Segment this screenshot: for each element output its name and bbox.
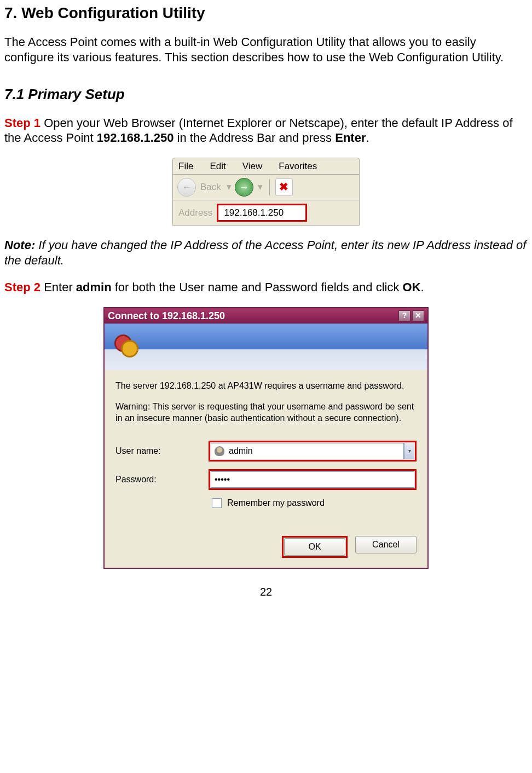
dialog-text-2: Warning: This server is requesting that … bbox=[115, 401, 417, 424]
browser-nav-toolbar: ← Back ▾ → ▾ ✖ bbox=[173, 175, 359, 200]
dialog-body: The server 192.168.1.250 at AP431W requi… bbox=[105, 370, 427, 441]
toolbar-separator bbox=[269, 179, 270, 195]
step2-text-a: Enter bbox=[41, 280, 76, 294]
password-value: ••••• bbox=[215, 474, 230, 485]
ok-highlight: OK bbox=[282, 536, 348, 558]
password-highlight: ••••• bbox=[209, 469, 417, 490]
step1-ip: 192.168.1.250 bbox=[97, 131, 174, 145]
note-paragraph: Note: If you have changed the IP Address… bbox=[4, 238, 528, 268]
username-input[interactable]: admin bbox=[211, 443, 404, 459]
password-label: Password: bbox=[115, 474, 209, 485]
menu-view[interactable]: View bbox=[242, 160, 263, 172]
step1-enter: Enter bbox=[335, 131, 366, 145]
stop-button[interactable]: ✖ bbox=[275, 178, 293, 196]
section-heading: 7. Web Configuration Utility bbox=[4, 3, 528, 22]
remember-checkbox[interactable] bbox=[212, 498, 222, 508]
keys-icon bbox=[114, 334, 140, 360]
address-label: Address bbox=[178, 207, 212, 218]
step1-text-c: . bbox=[366, 131, 369, 145]
step1-label: Step 1 bbox=[4, 116, 41, 130]
address-input[interactable]: 192.168.1.250 bbox=[217, 204, 307, 222]
cancel-button[interactable]: Cancel bbox=[355, 536, 417, 553]
page-number: 22 bbox=[4, 585, 528, 599]
forward-button[interactable]: → bbox=[235, 178, 253, 197]
step2-ok: OK bbox=[403, 280, 421, 294]
dialog-title: Connect to 192.168.1.250 bbox=[108, 310, 225, 322]
auth-dialog: Connect to 192.168.1.250 ? ✕ The server … bbox=[103, 307, 429, 569]
step1-paragraph: Step 1 Open your Web Browser (Internet E… bbox=[4, 116, 528, 146]
username-value: admin bbox=[229, 446, 253, 457]
remember-label: Remember my password bbox=[227, 498, 325, 509]
menu-file[interactable]: File bbox=[178, 160, 193, 172]
step2-admin: admin bbox=[76, 280, 112, 294]
back-dropdown-icon[interactable]: ▾ bbox=[227, 181, 232, 193]
browser-screenshot: File Edit View Favorites ← Back ▾ → ▾ ✖ … bbox=[172, 158, 360, 226]
username-label: User name: bbox=[115, 446, 209, 457]
help-button[interactable]: ? bbox=[398, 310, 410, 321]
username-highlight: admin ▾ bbox=[209, 441, 417, 462]
ok-button[interactable]: OK bbox=[284, 538, 345, 556]
browser-menu-bar: File Edit View Favorites bbox=[173, 158, 359, 175]
username-dropdown-icon[interactable]: ▾ bbox=[404, 443, 414, 459]
step2-text-b: for both the User name and Password fiel… bbox=[112, 280, 403, 294]
intro-paragraph: The Access Point comes with a built-in W… bbox=[4, 34, 528, 65]
dialog-banner bbox=[105, 324, 427, 370]
note-text: If you have changed the IP Address of th… bbox=[4, 238, 526, 267]
step1-text-b: in the Address Bar and press bbox=[174, 131, 335, 145]
dialog-text-1: The server 192.168.1.250 at AP431W requi… bbox=[115, 380, 417, 392]
subsection-heading: 7.1 Primary Setup bbox=[4, 85, 528, 103]
back-button[interactable]: ← bbox=[177, 178, 196, 197]
back-label: Back bbox=[200, 181, 221, 193]
step2-text-c: . bbox=[421, 280, 424, 294]
menu-edit[interactable]: Edit bbox=[210, 160, 225, 172]
address-bar-row: Address 192.168.1.250 bbox=[173, 200, 359, 225]
step2-label: Step 2 bbox=[4, 280, 41, 294]
step2-paragraph: Step 2 Enter admin for both the User nam… bbox=[4, 280, 528, 295]
password-input[interactable]: ••••• bbox=[211, 471, 414, 488]
menu-favorites[interactable]: Favorites bbox=[279, 160, 317, 172]
forward-dropdown-icon[interactable]: ▾ bbox=[258, 181, 263, 193]
note-label: Note: bbox=[4, 238, 35, 252]
dialog-titlebar: Connect to 192.168.1.250 ? ✕ bbox=[105, 308, 427, 324]
close-button[interactable]: ✕ bbox=[412, 310, 424, 321]
user-icon bbox=[215, 446, 224, 456]
